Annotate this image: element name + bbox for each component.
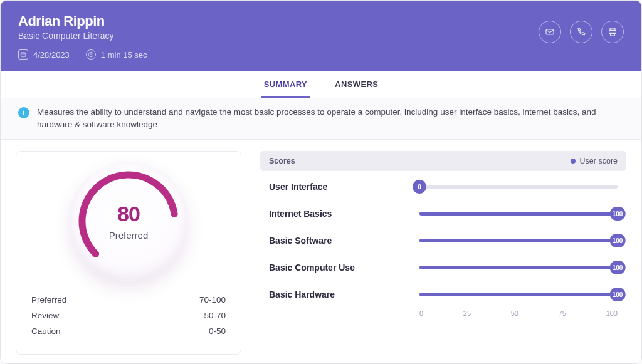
bar-track: 100 bbox=[419, 212, 618, 216]
score-label: Basic Computer Use bbox=[269, 263, 419, 273]
bar-fill bbox=[419, 239, 618, 242]
score-row: Basic Software100 bbox=[260, 225, 626, 252]
score-row: Internet Basics100 bbox=[260, 198, 626, 225]
axis-tick: 100 bbox=[606, 309, 618, 317]
info-icon: i bbox=[18, 107, 29, 118]
legend-label: Preferred bbox=[31, 295, 66, 304]
bar-fill bbox=[419, 293, 618, 296]
gauge-value: 80 bbox=[109, 202, 149, 226]
axis-tick: 75 bbox=[559, 309, 566, 317]
report-header: Adrian Rippin Basic Computer Literacy 4/… bbox=[1, 1, 641, 71]
score-axis: 0 25 50 75 100 bbox=[419, 309, 618, 317]
legend-label: Review bbox=[31, 311, 59, 320]
bar-fill bbox=[419, 212, 618, 216]
axis-tick: 50 bbox=[511, 309, 518, 317]
bar-knob: 100 bbox=[610, 234, 626, 247]
score-label: Basic Software bbox=[269, 236, 419, 246]
score-bar: 100 bbox=[419, 266, 618, 269]
legend-label: Caution bbox=[31, 326, 61, 336]
score-bar: 100 bbox=[419, 212, 618, 216]
report-root: Adrian Rippin Basic Computer Literacy 4/… bbox=[0, 0, 642, 364]
phone-icon bbox=[576, 27, 586, 37]
bar-knob: 100 bbox=[610, 207, 626, 221]
svg-rect-6 bbox=[611, 33, 615, 36]
score-label: User Interface bbox=[269, 182, 419, 192]
bar-track: 100 bbox=[419, 239, 618, 242]
axis-tick: 0 bbox=[419, 309, 423, 317]
tab-summary[interactable]: SUMMARY bbox=[261, 71, 310, 98]
axis-tick: 25 bbox=[463, 309, 471, 317]
bar-knob: 0 bbox=[413, 180, 426, 194]
score-bar: 0 bbox=[419, 185, 618, 189]
print-button[interactable] bbox=[601, 21, 624, 43]
meta-date: 4/28/2023 bbox=[18, 49, 70, 60]
info-text: Measures the ability to understand and n… bbox=[37, 106, 624, 130]
gauge-legend: Preferred 70-100 Review 50-70 Caution 0-… bbox=[31, 292, 226, 339]
meta-duration: 1 min 15 sec bbox=[86, 49, 147, 60]
legend-range: 0-50 bbox=[209, 326, 226, 336]
legend-row: Review 50-70 bbox=[31, 308, 226, 323]
candidate-name: Adrian Rippin bbox=[18, 13, 624, 29]
call-button[interactable] bbox=[570, 21, 592, 43]
scores-title: Scores bbox=[269, 157, 295, 165]
score-row: Basic Hardware100 bbox=[260, 279, 626, 306]
score-bar: 100 bbox=[419, 239, 618, 242]
bar-track: 100 bbox=[419, 293, 618, 296]
mail-icon bbox=[545, 27, 555, 37]
legend-row: Caution 0-50 bbox=[31, 323, 226, 339]
print-icon bbox=[608, 27, 618, 37]
body: 80 Preferred Preferred 70-100 Review 50-… bbox=[1, 140, 641, 363]
clock-icon bbox=[86, 49, 96, 60]
scores-legend: User score bbox=[571, 157, 618, 165]
score-rows: User Interface0Internet Basics100Basic S… bbox=[260, 171, 626, 306]
gauge: 80 Preferred bbox=[69, 162, 188, 281]
gauge-label: Preferred bbox=[109, 230, 149, 241]
scores-panel: Scores User score User Interface0Interne… bbox=[260, 151, 626, 355]
bar-track: 100 bbox=[419, 266, 618, 269]
score-bar: 100 bbox=[419, 293, 618, 296]
legend-row: Preferred 70-100 bbox=[31, 292, 226, 308]
bar-knob: 100 bbox=[610, 288, 626, 301]
bar-fill bbox=[419, 266, 618, 269]
bar-track: 0 bbox=[419, 185, 618, 189]
score-row: Basic Computer Use100 bbox=[260, 252, 626, 279]
legend-text: User score bbox=[580, 157, 618, 165]
bar-knob: 100 bbox=[610, 261, 626, 274]
scores-header: Scores User score bbox=[260, 151, 626, 171]
tabs: SUMMARY ANSWERS bbox=[1, 71, 641, 98]
gauge-card: 80 Preferred Preferred 70-100 Review 50-… bbox=[16, 151, 241, 355]
score-label: Internet Basics bbox=[269, 209, 419, 219]
score-label: Basic Hardware bbox=[269, 289, 419, 299]
svg-rect-0 bbox=[21, 53, 26, 57]
info-strip: i Measures the ability to understand and… bbox=[1, 98, 641, 140]
meta-row: 4/28/2023 1 min 15 sec bbox=[18, 49, 624, 60]
duration-value: 1 min 15 sec bbox=[101, 50, 147, 60]
header-actions bbox=[539, 21, 624, 43]
course-title: Basic Computer Literacy bbox=[18, 31, 624, 41]
legend-range: 70-100 bbox=[199, 295, 226, 304]
calendar-icon bbox=[18, 49, 28, 60]
email-button[interactable] bbox=[539, 21, 561, 43]
tab-answers[interactable]: ANSWERS bbox=[332, 71, 381, 98]
legend-range: 50-70 bbox=[204, 311, 226, 320]
gauge-center: 80 Preferred bbox=[109, 202, 149, 241]
legend-dot-icon bbox=[571, 159, 576, 164]
score-row: User Interface0 bbox=[260, 171, 626, 198]
date-value: 4/28/2023 bbox=[33, 50, 70, 60]
